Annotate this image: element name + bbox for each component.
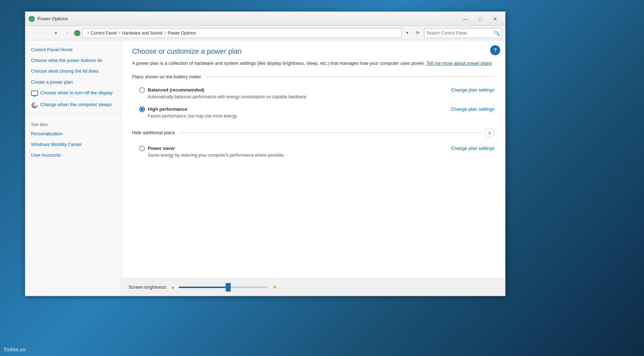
plan-high-performance-radio[interactable] xyxy=(139,106,145,112)
battery-plans-label: Plans shown on the battery meter xyxy=(132,74,201,79)
help-button[interactable]: ? xyxy=(490,45,500,55)
sidebar-item-create-plan[interactable]: Create a power plan xyxy=(25,77,121,88)
sidebar-label-control-panel-home: Control Panel Home xyxy=(31,47,73,53)
sidebar-item-personalization[interactable]: Personalization xyxy=(25,129,121,139)
plan-balanced-row: Balanced (recommended) Change plan setti… xyxy=(139,87,494,93)
address-bar: ← → ▾ ↑ > Control Panel > Hardware and S… xyxy=(25,26,505,40)
plan-high-performance-change-link[interactable]: Change plan settings xyxy=(451,106,494,112)
refresh-button[interactable]: ⟳ xyxy=(413,28,423,38)
plan-power-saver: Power saver Change plan settings Saves e… xyxy=(132,142,494,161)
sidebar-label-power-buttons: Choose what the power buttons do xyxy=(31,57,103,64)
plan-balanced-name: Balanced (recommended) xyxy=(148,87,204,93)
sidebar-label-create-plan: Create a power plan xyxy=(31,79,73,85)
power-options-window: Power Options — □ ✕ ← → ▾ ↑ > Control Pa… xyxy=(25,11,506,296)
up-button[interactable]: ↑ xyxy=(62,28,72,38)
plan-high-performance-name: High performance xyxy=(148,106,187,112)
brightness-low-icon: ● xyxy=(171,284,174,290)
breadcrumb-icon xyxy=(74,30,81,37)
plan-high-performance-label[interactable]: High performance xyxy=(139,106,187,112)
breadcrumb-hardware[interactable]: Hardware and Sound xyxy=(122,31,162,36)
battery-plans-header: Plans shown on the battery meter xyxy=(132,74,494,79)
page-desc-text: A power plan is a collection of hardware… xyxy=(132,61,425,66)
battery-plans-line xyxy=(205,77,494,77)
brightness-label: Screen brightness: xyxy=(129,284,167,290)
more-info-link[interactable]: Tell me more about power plans xyxy=(426,61,492,66)
sidebar-label-mobility: Windows Mobility Center xyxy=(31,141,82,148)
svg-rect-7 xyxy=(31,91,38,95)
sidebar-label-sleep: Change when the computer sleeps xyxy=(40,101,112,108)
page-title: Choose or customize a power plan xyxy=(132,47,494,56)
plan-high-performance: High performance Change plan settings Fa… xyxy=(132,103,494,122)
plan-high-performance-row: High performance Change plan settings xyxy=(139,106,494,112)
breadcrumb-sep-2: > xyxy=(118,31,121,36)
close-button[interactable]: ✕ xyxy=(488,14,502,24)
address-dropdown-button[interactable]: ▼ xyxy=(403,28,411,38)
search-box: 🔍 xyxy=(424,28,502,38)
minimize-button[interactable]: — xyxy=(458,14,472,24)
recent-button[interactable]: ▾ xyxy=(51,28,61,38)
plan-power-saver-name: Power saver xyxy=(148,146,175,151)
maximize-button[interactable]: □ xyxy=(473,14,487,24)
plan-high-performance-desc: Favors performance, but may use more ene… xyxy=(148,114,494,119)
titlebar: Power Options — □ ✕ xyxy=(25,12,505,26)
plan-power-saver-row: Power saver Change plan settings xyxy=(139,146,494,151)
content-area: Control Panel Home Choose what the power… xyxy=(25,40,505,296)
search-input[interactable] xyxy=(426,31,494,36)
sidebar-item-mobility[interactable]: Windows Mobility Center xyxy=(25,139,121,150)
plan-balanced-desc: Automatically balances performance with … xyxy=(148,94,494,99)
sidebar-label-user-accounts: User Accounts xyxy=(31,152,61,158)
sidebar-label-lid: Choose what closing the lid does xyxy=(31,68,99,74)
sidebar-item-user-accounts[interactable]: User Accounts xyxy=(25,150,121,161)
breadcrumb-sep-1: > xyxy=(87,31,89,36)
brightness-slider-track xyxy=(179,287,268,288)
plan-power-saver-radio[interactable] xyxy=(139,146,145,151)
sidebar-item-display[interactable]: Choose when to turn off the display xyxy=(25,88,121,99)
plan-power-saver-change-link[interactable]: Change plan settings xyxy=(451,146,494,151)
plan-power-saver-desc: Saves energy by reducing your computer's… xyxy=(148,153,494,158)
back-button[interactable]: ← xyxy=(28,28,38,38)
breadcrumb: > Control Panel > Hardware and Sound > P… xyxy=(82,28,402,38)
sidebar-label-personalization: Personalization xyxy=(31,131,63,137)
sidebar-item-sleep[interactable]: Change when the computer sleeps xyxy=(25,99,121,111)
breadcrumb-control-panel[interactable]: Control Panel xyxy=(91,31,117,36)
sidebar-item-lid[interactable]: Choose what closing the lid does xyxy=(25,66,121,77)
sidebar-item-control-panel-home[interactable]: Control Panel Home xyxy=(25,44,121,55)
breadcrumb-sep-3: > xyxy=(164,31,166,36)
brightness-slider-fill xyxy=(179,287,228,288)
watermark: Tinhte.vn xyxy=(4,347,26,352)
brightness-high-icon: ☀ xyxy=(272,283,278,291)
plan-balanced: Balanced (recommended) Change plan setti… xyxy=(132,84,494,103)
plan-balanced-label[interactable]: Balanced (recommended) xyxy=(139,87,204,93)
sidebar-item-power-buttons[interactable]: Choose what the power buttons do xyxy=(25,55,121,66)
brightness-bar: Screen brightness: ● ☀ xyxy=(121,278,505,296)
see-also-label: See also xyxy=(25,117,121,129)
svg-point-11 xyxy=(34,103,37,106)
plan-power-saver-label[interactable]: Power saver xyxy=(139,146,175,151)
plan-balanced-radio[interactable] xyxy=(139,87,145,93)
forward-button[interactable]: → xyxy=(40,28,49,38)
window-controls: — □ ✕ xyxy=(458,14,502,24)
brightness-slider-thumb[interactable] xyxy=(226,283,231,292)
hide-plans-header: Hide additional plans ∧ xyxy=(132,128,494,138)
breadcrumb-power-options[interactable]: Power Options xyxy=(168,31,196,36)
search-icon: 🔍 xyxy=(494,30,500,36)
sidebar-label-display: Choose when to turn off the display xyxy=(40,90,113,96)
hide-plans-line xyxy=(179,132,482,133)
main-content: ? Choose or customize a power plan A pow… xyxy=(121,40,505,296)
sidebar: Control Panel Home Choose what the power… xyxy=(25,40,121,296)
sidebar-divider xyxy=(25,114,121,114)
page-description: A power plan is a collection of hardware… xyxy=(132,60,494,67)
display-icon xyxy=(31,90,38,97)
window-title: Power Options xyxy=(37,16,458,21)
plan-balanced-change-link[interactable]: Change plan settings xyxy=(451,87,494,93)
hide-plans-chevron-button[interactable]: ∧ xyxy=(485,128,494,138)
hide-plans-label: Hide additional plans xyxy=(132,130,175,135)
bottom-spacer xyxy=(132,161,494,183)
window-icon xyxy=(28,15,35,22)
sleep-icon xyxy=(31,102,38,109)
